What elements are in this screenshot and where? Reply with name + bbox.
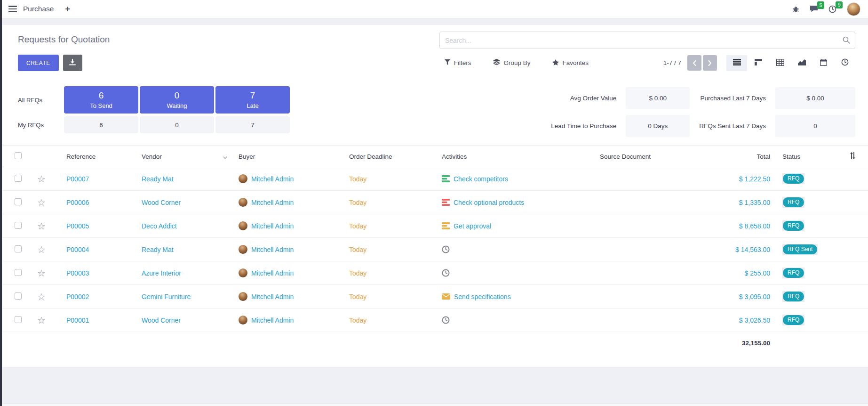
view-pivot-button[interactable] xyxy=(770,55,790,71)
activity-icon[interactable] xyxy=(442,199,450,206)
activity-link[interactable]: Check competitors xyxy=(454,175,508,183)
table-row[interactable]: ☆ P00003 Azure Interior Mitchell Admin T… xyxy=(2,261,868,285)
header-vendor[interactable]: Vendor xyxy=(140,153,239,160)
row-checkbox[interactable] xyxy=(15,175,22,182)
download-icon xyxy=(69,59,76,67)
my-rfq-count-late[interactable]: 7 xyxy=(215,116,290,133)
buyer-link[interactable]: Mitchell Admin xyxy=(251,199,294,206)
reference-link[interactable]: P00001 xyxy=(66,317,89,324)
buyer-link[interactable]: Mitchell Admin xyxy=(251,246,294,253)
table-row[interactable]: ☆ P00004 Ready Mat Mitchell Admin Today … xyxy=(2,238,868,261)
vendor-link[interactable]: Deco Addict xyxy=(142,222,177,230)
buyer-link[interactable]: Mitchell Admin xyxy=(251,269,294,277)
apps-menu-icon[interactable] xyxy=(8,6,17,12)
my-rfqs-label: My RFQs xyxy=(18,122,63,129)
filters-button[interactable]: Filters xyxy=(445,59,471,67)
total-amount: $ 3,026.50 xyxy=(739,317,770,324)
table-row[interactable]: ☆ P00007 Ready Mat Mitchell Admin Today … xyxy=(2,167,868,191)
reference-link[interactable]: P00002 xyxy=(66,293,89,300)
messages-icon[interactable]: 5 xyxy=(810,5,818,13)
reference-link[interactable]: P00007 xyxy=(66,175,89,183)
row-checkbox[interactable] xyxy=(15,316,22,323)
optional-columns-icon[interactable] xyxy=(850,152,856,161)
buyer-link[interactable]: Mitchell Admin xyxy=(251,222,294,230)
activity-link[interactable]: Send specifications xyxy=(454,293,511,300)
row-checkbox[interactable] xyxy=(15,245,22,252)
group-by-button[interactable]: Group By xyxy=(493,59,531,67)
plus-icon[interactable]: + xyxy=(65,5,70,13)
my-rfq-count-to-send[interactable]: 6 xyxy=(64,116,138,133)
list-view-icon xyxy=(733,59,741,67)
buyer-link[interactable]: Mitchell Admin xyxy=(251,293,294,300)
search-box xyxy=(439,32,855,49)
stat-button-late[interactable]: 7Late xyxy=(215,86,290,114)
row-checkbox[interactable] xyxy=(15,222,22,229)
table-row[interactable]: ☆ P00001 Wood Corner Mitchell Admin Toda… xyxy=(2,309,868,332)
pager: 1-7 / 7 xyxy=(663,55,855,71)
my-rfq-count-waiting[interactable]: 0 xyxy=(140,116,214,133)
favorite-star-icon[interactable]: ☆ xyxy=(37,268,46,278)
debug-bug-icon[interactable] xyxy=(792,6,799,13)
reference-link[interactable]: P00003 xyxy=(66,269,89,277)
favorite-star-icon[interactable]: ☆ xyxy=(37,174,46,184)
favorite-star-icon[interactable]: ☆ xyxy=(37,197,46,208)
activity-icon[interactable] xyxy=(442,245,450,253)
header-total[interactable]: Total xyxy=(700,153,770,160)
table-row[interactable]: ☆ P00002 Gemini Furniture Mitchell Admin… xyxy=(2,285,868,309)
stat-button-to-send[interactable]: 6To Send xyxy=(64,86,138,114)
activity-link[interactable]: Get approval xyxy=(454,222,491,230)
reference-link[interactable]: P00006 xyxy=(66,199,89,206)
activity-icon[interactable] xyxy=(442,293,450,300)
header-reference[interactable]: Reference xyxy=(59,153,140,160)
view-list-button[interactable] xyxy=(726,55,747,71)
view-kanban-button[interactable] xyxy=(748,55,769,71)
vendor-link[interactable]: Wood Corner xyxy=(142,199,181,206)
activity-icon[interactable] xyxy=(442,222,450,229)
header-activities[interactable]: Activities xyxy=(442,153,600,160)
table-footer: 32,155.00 xyxy=(2,332,868,354)
favorites-button[interactable]: Favorites xyxy=(552,59,589,67)
vendor-link[interactable]: Azure Interior xyxy=(142,269,181,277)
header-buyer[interactable]: Buyer xyxy=(239,153,345,160)
reference-link[interactable]: P00005 xyxy=(66,222,89,230)
table-row[interactable]: ☆ P00006 Wood Corner Mitchell Admin Toda… xyxy=(2,191,868,214)
activity-icon[interactable] xyxy=(442,316,450,324)
buyer-link[interactable]: Mitchell Admin xyxy=(251,317,294,324)
view-calendar-button[interactable] xyxy=(813,55,834,71)
activity-icon[interactable] xyxy=(442,269,450,277)
activity-icon[interactable] xyxy=(442,175,450,182)
pager-next-button[interactable] xyxy=(703,55,717,71)
row-checkbox[interactable] xyxy=(15,292,22,300)
favorite-star-icon[interactable]: ☆ xyxy=(37,244,46,255)
header-status[interactable]: Status xyxy=(770,153,831,160)
row-checkbox[interactable] xyxy=(15,198,22,205)
header-order-deadline[interactable]: Order Deadline xyxy=(345,153,442,160)
vendor-link[interactable]: Wood Corner xyxy=(142,317,181,324)
search-icon[interactable] xyxy=(843,36,850,46)
favorite-star-icon[interactable]: ☆ xyxy=(37,221,46,231)
user-avatar[interactable] xyxy=(847,2,860,16)
app-name[interactable]: Purchase xyxy=(23,5,54,13)
table-body: ☆ P00007 Ready Mat Mitchell Admin Today … xyxy=(2,167,868,332)
vendor-link[interactable]: Gemini Furniture xyxy=(142,293,191,300)
search-input[interactable] xyxy=(439,32,855,49)
vendor-link[interactable]: Ready Mat xyxy=(142,175,174,183)
stat-button-waiting[interactable]: 0Waiting xyxy=(140,86,214,114)
header-source-document[interactable]: Source Document xyxy=(600,153,700,160)
activities-icon[interactable]: 9 xyxy=(828,5,836,13)
row-checkbox[interactable] xyxy=(15,269,22,276)
pager-previous-button[interactable] xyxy=(687,55,701,71)
table-row[interactable]: ☆ P00005 Deco Addict Mitchell Admin Toda… xyxy=(2,214,868,238)
reference-link[interactable]: P00004 xyxy=(66,246,89,253)
favorite-star-icon[interactable]: ☆ xyxy=(37,292,46,302)
view-graph-button[interactable] xyxy=(791,55,812,71)
filter-bar: Filters Group By Favorites xyxy=(445,59,589,67)
activity-link[interactable]: Check optional products xyxy=(454,199,524,206)
create-button[interactable]: CREATE xyxy=(18,55,59,71)
view-activity-button[interactable] xyxy=(835,55,855,71)
export-button[interactable] xyxy=(63,55,82,71)
favorite-star-icon[interactable]: ☆ xyxy=(37,315,46,325)
select-all-checkbox[interactable] xyxy=(15,152,22,159)
buyer-link[interactable]: Mitchell Admin xyxy=(251,175,294,183)
vendor-link[interactable]: Ready Mat xyxy=(142,246,174,253)
